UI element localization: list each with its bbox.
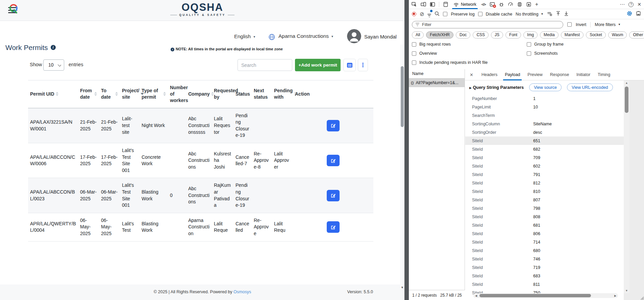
- inspect-element-icon[interactable]: [412, 2, 417, 7]
- more-tools-icon[interactable]: ⋯: [620, 1, 625, 7]
- help-icon[interactable]: ?: [628, 2, 634, 7]
- query-param-row[interactable]: SortingColumn SiteName: [465, 120, 644, 128]
- company-selector[interactable]: Aparna Constructions▾: [278, 33, 333, 39]
- device-emulation-icon[interactable]: [421, 2, 426, 7]
- memory-chip-icon[interactable]: [517, 2, 522, 7]
- clear-network-log-icon[interactable]: ⊘: [420, 11, 424, 17]
- sources-icon[interactable]: </>: [481, 2, 486, 6]
- import-har-icon[interactable]: [556, 11, 561, 17]
- close-devtools-icon[interactable]: ✕: [637, 2, 641, 7]
- detail-tab[interactable]: Payload: [501, 69, 524, 80]
- export-har-icon[interactable]: [564, 11, 569, 17]
- column-header[interactable]: Number of workers: [168, 80, 186, 108]
- query-param-row[interactable]: SiteId 681: [465, 221, 644, 229]
- filter-chip[interactable]: Manifest: [561, 31, 584, 39]
- filter-chip[interactable]: Other: [629, 31, 644, 39]
- close-detail-icon[interactable]: ✕: [465, 72, 478, 77]
- filter-chip[interactable]: JS: [491, 31, 503, 39]
- query-param-row[interactable]: SiteId 682: [465, 145, 644, 153]
- overview-checkbox[interactable]: [412, 51, 416, 56]
- column-header[interactable]: Project/ site: [120, 80, 140, 108]
- filter-chip[interactable]: Doc: [456, 31, 470, 39]
- params-vertical-scrollbar[interactable]: ▲ ▼: [624, 80, 629, 293]
- query-param-row[interactable]: SiteId 709: [465, 153, 644, 162]
- filter-chip[interactable]: Socket: [586, 31, 606, 39]
- query-param-row[interactable]: SiteId 798: [465, 204, 644, 212]
- language-selector[interactable]: English▾: [234, 33, 255, 39]
- filter-chip[interactable]: Wasm: [608, 31, 627, 39]
- network-settings-gear-icon[interactable]: [626, 10, 633, 18]
- table-row[interactable]: APR/LAL/QWERTY/BL/0004 06-May-2025 06-Ma…: [28, 213, 373, 241]
- invert-checkbox[interactable]: [567, 22, 572, 27]
- table-view-button[interactable]: [343, 59, 356, 71]
- scrollbar-down-arrow-icon[interactable]: ▼: [400, 286, 404, 289]
- application-storage-icon[interactable]: [526, 2, 531, 7]
- table-row[interactable]: APA/LAL/ABCCON/BL/0023 06-Mar-2025 06-Ma…: [28, 178, 373, 213]
- detail-tab[interactable]: Timing: [594, 69, 614, 80]
- scrollbar-down-arrow-icon[interactable]: ▼: [624, 289, 629, 292]
- layout-panel-icon[interactable]: [430, 2, 435, 7]
- filter-chip[interactable]: Img: [523, 31, 538, 39]
- performance-gauge-icon[interactable]: [508, 2, 513, 7]
- info-icon[interactable]: i: [51, 45, 56, 50]
- filter-chip[interactable]: All: [412, 31, 424, 39]
- table-row[interactable]: APA/LAX/3221SA/NW/0001 21-Feb-2025 21-Fe…: [28, 108, 373, 143]
- query-param-row[interactable]: SiteId 714: [465, 238, 644, 246]
- view-url-encoded-button[interactable]: View URL-encoded: [567, 83, 613, 91]
- add-work-permit-button[interactable]: +Add work permit: [295, 59, 341, 71]
- add-tab-icon[interactable]: +: [535, 1, 538, 7]
- query-param-row[interactable]: SiteId 808: [465, 212, 644, 221]
- name-column-header[interactable]: Name: [409, 69, 465, 78]
- query-param-row[interactable]: SiteId 680: [465, 246, 644, 255]
- osmosys-link[interactable]: Osmosys: [233, 290, 251, 294]
- throttling-dropdown[interactable]: No throttling ▼: [516, 12, 543, 17]
- query-param-row[interactable]: SiteId 651: [465, 136, 644, 145]
- edit-permit-button[interactable]: [327, 155, 340, 166]
- include-pending-checkbox[interactable]: [412, 60, 416, 65]
- params-horizontal-scrollbar[interactable]: ◀ ▶: [473, 293, 618, 298]
- query-param-row[interactable]: PageNumber 1: [465, 94, 644, 103]
- query-param-row[interactable]: SiteId 806: [465, 229, 644, 238]
- scrollbar-thumb[interactable]: [401, 66, 404, 127]
- page-size-select[interactable]: 10: [43, 59, 64, 71]
- query-param-row[interactable]: SiteId 602: [465, 162, 644, 170]
- edit-permit-button[interactable]: [327, 221, 340, 233]
- record-network-log-icon[interactable]: [412, 12, 416, 16]
- request-row-selected[interactable]: {} All?PageNumber=1&...: [409, 78, 465, 87]
- scrollbar-thumb[interactable]: [479, 294, 591, 297]
- expand-triangle-icon[interactable]: ▶: [469, 86, 472, 90]
- scrollbar-right-arrow-icon[interactable]: ▶: [613, 294, 618, 297]
- devtools-resize-divider[interactable]: [404, 0, 409, 300]
- column-header[interactable]: Status: [233, 80, 252, 108]
- debugger-bug-icon[interactable]: [499, 2, 504, 7]
- query-param-row[interactable]: SiteId 812: [465, 179, 644, 187]
- filter-chip[interactable]: Fetch/XHR: [426, 31, 453, 39]
- query-param-row[interactable]: SiteId 811: [465, 280, 644, 289]
- filter-toggle-icon[interactable]: [427, 11, 431, 17]
- query-param-row[interactable]: PageLimit 10: [465, 103, 644, 111]
- filter-chip[interactable]: Media: [540, 31, 559, 39]
- disable-cache-checkbox[interactable]: [478, 12, 482, 16]
- column-header[interactable]: From date: [78, 80, 99, 108]
- detail-tab[interactable]: Response: [546, 69, 573, 80]
- query-param-row[interactable]: SiteId 746: [465, 255, 644, 263]
- console-icon[interactable]: [490, 2, 495, 7]
- more-options-button[interactable]: ⋮: [358, 59, 368, 71]
- search-input[interactable]: [238, 59, 292, 71]
- view-source-button[interactable]: View source: [529, 83, 562, 91]
- more-filters-dropdown[interactable]: More filters ▼: [595, 22, 621, 27]
- window-resize-grip[interactable]: [640, 296, 644, 300]
- screenshots-checkbox[interactable]: [527, 51, 531, 56]
- column-header[interactable]: Next status: [252, 80, 272, 108]
- column-header[interactable]: To date: [99, 80, 120, 108]
- filter-input-pill[interactable]: [412, 21, 563, 28]
- group-by-frame-checkbox[interactable]: [527, 42, 531, 47]
- drawer-icon[interactable]: [443, 2, 448, 7]
- query-param-row[interactable]: SiteId 810: [465, 187, 644, 196]
- table-row[interactable]: APA/LAL/ABCCON/CW/0006 17-Feb-2025 17-Fe…: [28, 143, 373, 178]
- dock-side-icon[interactable]: [636, 11, 641, 17]
- scrollbar-up-arrow-icon[interactable]: ▲: [624, 81, 629, 84]
- scrollbar-left-arrow-icon[interactable]: ◀: [473, 294, 479, 297]
- detail-tab[interactable]: Initiator: [573, 69, 594, 80]
- big-request-rows-checkbox[interactable]: [412, 42, 416, 47]
